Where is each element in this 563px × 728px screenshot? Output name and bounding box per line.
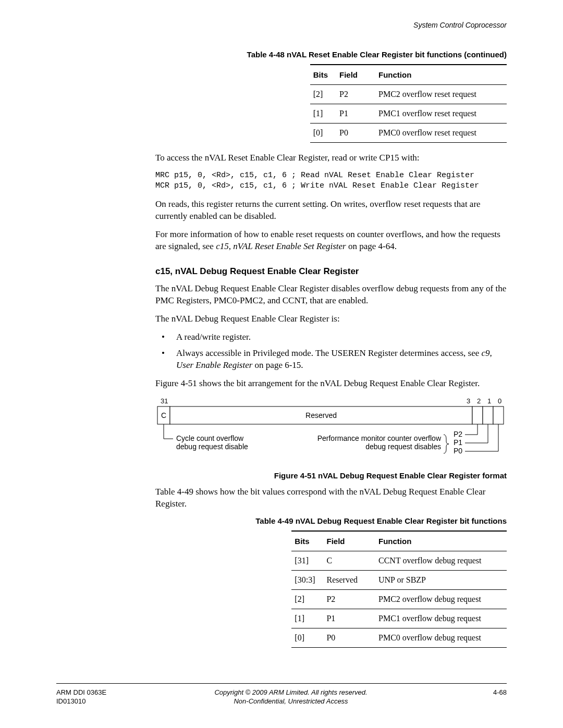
- para-onreads: On reads, this register returns the curr…: [155, 199, 507, 223]
- cell-bits: [2]: [310, 85, 336, 104]
- table-row: [0] P0 PMC0 overflow reset request: [310, 124, 507, 143]
- cell-func: PMC2 overflow debug request: [366, 589, 507, 609]
- text: Always accessible in Privileged mode. Th…: [176, 348, 482, 358]
- cell-field: Reserved: [323, 570, 366, 589]
- cell-func: CCNT overflow debug request: [366, 551, 507, 570]
- col-function: Function: [366, 65, 507, 85]
- bit-label-31: 31: [161, 397, 168, 405]
- classification: Non-Confidential, Unrestricted Access: [106, 697, 475, 706]
- col-bits: Bits: [291, 531, 323, 551]
- para-clear2: The nVAL Debug Request Enable Clear Regi…: [155, 313, 507, 325]
- label-P0: P0: [454, 447, 462, 455]
- svg-rect-4: [493, 406, 504, 424]
- col-field: Field: [323, 531, 366, 551]
- heading-c15: c15, nVAL Debug Request Enable Clear Reg…: [155, 266, 507, 277]
- table-row: [1] P1 PMC1 overflow debug request: [291, 609, 507, 628]
- bit-label-2: 2: [477, 397, 481, 405]
- table-row: [2] P2 PMC2 overflow reset request: [310, 85, 507, 104]
- para-fig: Figure 4-51 shows the bit arrangement fo…: [155, 378, 507, 390]
- cell-bits: [2]: [291, 589, 323, 609]
- bit-label-0: 0: [498, 397, 501, 405]
- cell-field: P1: [336, 104, 366, 124]
- page-footer: ARM DDI 0363E ID013010 Copyright © 2009 …: [56, 683, 507, 706]
- callout-left-line2: debug request disable: [176, 442, 248, 451]
- text: A read/write register.: [176, 332, 251, 342]
- field-reserved: Reserved: [305, 411, 337, 419]
- bit-label-1: 1: [487, 397, 491, 405]
- cell-bits: [31]: [291, 551, 323, 570]
- page: System Control Coprocessor Table 4-48 nV…: [0, 0, 563, 728]
- label-P2: P2: [454, 430, 462, 438]
- para-clear1: The nVAL Debug Request Enable Clear Regi…: [155, 283, 507, 307]
- cell-bits: [1]: [310, 104, 336, 124]
- list-item: Always accessible in Privileged mode. Th…: [155, 348, 507, 372]
- col-bits: Bits: [310, 65, 336, 85]
- cell-func: PMC0 overflow debug request: [366, 628, 507, 647]
- cell-func: UNP or SBZP: [366, 570, 507, 589]
- table-448-caption: Table 4-48 nVAL Reset Enable Clear Regis…: [56, 50, 507, 59]
- para-access: To access the nVAL Reset Enable Clear Re…: [155, 152, 507, 164]
- svg-rect-2: [472, 406, 483, 424]
- bullet-list: A read/write register. Always accessible…: [155, 331, 507, 372]
- doc-id: ARM DDI 0363E: [56, 688, 106, 697]
- col-field: Field: [336, 65, 366, 85]
- para-moreinfo: For more information of how to enable re…: [155, 229, 507, 253]
- text: on page 6-15.: [252, 360, 303, 370]
- bit-label-3: 3: [467, 397, 470, 405]
- table-row: [30:3] Reserved UNP or SBZP: [291, 570, 507, 589]
- text: on page 4-64.: [346, 241, 397, 251]
- running-head: System Control Coprocessor: [56, 21, 507, 29]
- cell-func: PMC2 overflow reset request: [366, 85, 507, 104]
- callout-mid-line1: Performance monitor counter overflow: [317, 434, 442, 442]
- bitfield-diagram: 31 3 2 1 0 C Reserved Cycle count overfl…: [155, 397, 510, 465]
- content-column-2: Table 4-49 shows how the bit values corr…: [155, 486, 507, 510]
- callout-mid-line2: debug request disables: [365, 442, 441, 451]
- table-row: [0] P0 PMC0 overflow debug request: [291, 628, 507, 647]
- copyright: Copyright © 2009 ARM Limited. All rights…: [106, 688, 475, 697]
- table-449: Bits Field Function [31] C CCNT overflow…: [291, 530, 507, 648]
- col-function: Function: [366, 531, 507, 551]
- cell-bits: [0]: [310, 124, 336, 143]
- cell-field: C: [323, 551, 366, 570]
- table-row: [1] P1 PMC1 overflow reset request: [310, 104, 507, 124]
- cell-func: PMC0 overflow reset request: [366, 124, 507, 143]
- cell-field: P1: [323, 609, 366, 628]
- content-column-3: Bits Field Function [31] C CCNT overflow…: [155, 530, 507, 648]
- para-table449: Table 4-49 shows how the bit values corr…: [155, 486, 507, 510]
- svg-rect-3: [483, 406, 493, 424]
- figure-451-caption: Figure 4-51 nVAL Debug Request Enable Cl…: [56, 471, 507, 480]
- list-item: A read/write register.: [155, 331, 507, 343]
- cell-bits: [1]: [291, 609, 323, 628]
- table-row: [2] P2 PMC2 overflow debug request: [291, 589, 507, 609]
- cell-field: P2: [323, 589, 366, 609]
- date-id: ID013010: [56, 697, 106, 706]
- cell-bits: [0]: [291, 628, 323, 647]
- table-448: Bits Field Function [2] P2 PMC2 overflow…: [310, 64, 507, 143]
- footer-left: ARM DDI 0363E ID013010: [56, 688, 106, 706]
- cell-field: P0: [336, 124, 366, 143]
- table-header-row: Bits Field Function: [310, 65, 507, 85]
- footer-right: 4-68: [475, 688, 507, 697]
- content-column: Bits Field Function [2] P2 PMC2 overflow…: [155, 64, 507, 465]
- footer-center: Copyright © 2009 ARM Limited. All rights…: [106, 688, 475, 706]
- cell-field: P2: [336, 85, 366, 104]
- cell-func: PMC1 overflow reset request: [366, 104, 507, 124]
- cell-func: PMC1 overflow debug request: [366, 609, 507, 628]
- table-449-caption: Table 4-49 nVAL Debug Request Enable Cle…: [56, 516, 507, 525]
- label-P1: P1: [454, 438, 462, 447]
- figure-451: 31 3 2 1 0 C Reserved Cycle count overfl…: [155, 397, 507, 465]
- xref: c15, nVAL Reset Enable Set Register: [216, 241, 346, 251]
- cell-field: P0: [323, 628, 366, 647]
- callout-left-line1: Cycle count overflow: [176, 434, 244, 442]
- cell-bits: [30:3]: [291, 570, 323, 589]
- page-number: 4-68: [475, 688, 507, 697]
- code-block: MRC p15, 0, <Rd>, c15, c1, 6 ; Read nVAL…: [155, 170, 507, 192]
- table-row: [31] C CCNT overflow debug request: [291, 551, 507, 570]
- table-header-row: Bits Field Function: [291, 531, 507, 551]
- field-C: C: [161, 411, 166, 419]
